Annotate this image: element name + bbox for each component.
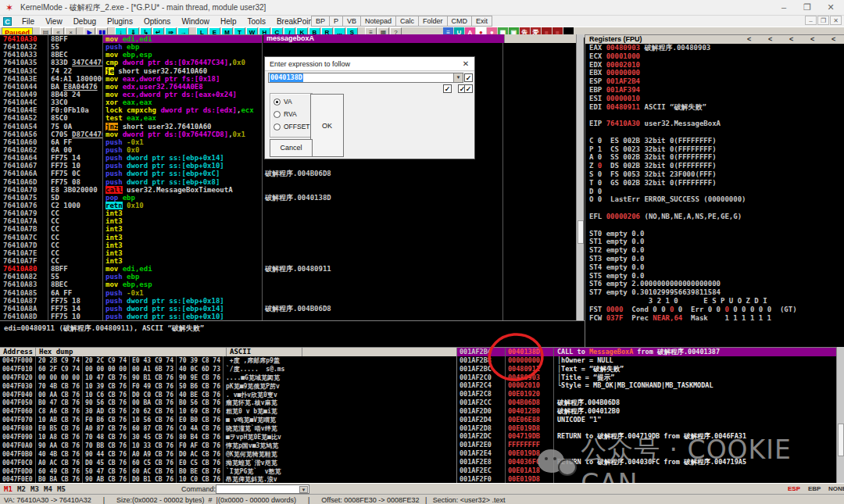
radio-offset[interactable]: OFFSET (274, 123, 310, 130)
child-restore-icon[interactable]: ❐ (817, 16, 829, 25)
hex-row[interactable]: 0047F060C8 A6 CB 7630 AD CB 7620 62 CB 7… (0, 407, 456, 416)
hex-row[interactable]: 0047F0A090 AA CB 7670 BB CB 7610 33 CB 7… (0, 441, 456, 450)
dialog-title[interactable]: Enter expression to follow ✕ (265, 57, 474, 71)
stack-row[interactable]: 001AF2D400E06E88UNICODE "1" (457, 416, 844, 424)
stack-row[interactable]: 001AF2CC004B06D8破解程序.004B06D8 (457, 399, 844, 407)
disasm-row[interactable]: 76410A8255push ebp (0, 273, 576, 281)
disasm-row[interactable]: 76410A808BFFmov edi,edi破解程序.00480911 (0, 265, 576, 273)
expression-input[interactable]: 0040138D ▼ (268, 73, 463, 83)
memory-tab-m3[interactable]: M3 (30, 485, 39, 493)
disasm-row[interactable]: 76410A70E8 3B020000call user32.MessageBo… (0, 186, 576, 194)
disasm-row[interactable]: 76410A67FF75 10push dword ptr ss:[ebp+0x… (0, 162, 576, 170)
disasm-row[interactable]: 76410A76C2 1000retn 0x10 (0, 202, 576, 209)
disasm-row[interactable]: 76410A87FF75 18push dword ptr ss:[ebp+0x… (0, 297, 576, 305)
hex-row[interactable]: 0047F04000 AA CB 7610 C6 CB 76D0 C0 CB 7… (0, 391, 456, 399)
quick-button-calc[interactable]: Calc (395, 16, 418, 27)
hex-row[interactable]: 0047F0E0B0 BA CB 7690 AB CB 76D0 B1 CB 7… (0, 475, 456, 483)
hex-address: 0047F040 (0, 391, 36, 399)
collapse-button[interactable]: < (747, 35, 751, 44)
close-icon[interactable]: ✕ (460, 59, 471, 70)
menu-item-view[interactable]: View (40, 17, 68, 26)
ok-button[interactable]: OK (310, 94, 344, 157)
quick-button-notepad[interactable]: Notepad (360, 16, 395, 27)
option-checkbox-4[interactable]: ✓ (464, 84, 473, 93)
menu-item-debug[interactable]: Debug (68, 17, 102, 26)
disasm-row[interactable]: 76410A7DCCint3 (0, 241, 576, 249)
disasm-address: 76410A76 (0, 202, 48, 209)
hex-row[interactable]: 0047F0D060 49 CB 7650 47 CB 7660 AC CB 7… (0, 467, 456, 476)
disasm-row[interactable]: 76410A8AFF75 14push dword ptr ss:[ebp+0x… (0, 305, 576, 313)
comment-column-header[interactable]: messageboxA (263, 34, 504, 43)
hex-row[interactable]: 0047F050B0 47 CB 7690 56 CB 7600 BA CB 7… (0, 399, 456, 407)
hex-row[interactable]: 0047F02000 00 00 0010 47 CB 7690 B1 CB 7… (0, 374, 456, 382)
memory-tab-m4[interactable]: M4 (44, 485, 52, 493)
quick-button-bp[interactable]: BP (311, 16, 329, 27)
chevron-down-icon[interactable]: ▼ (453, 73, 463, 82)
disasm-row[interactable]: 76410A838BECmov ebp,esp (0, 281, 576, 288)
memory-tab-m1[interactable]: M1 (4, 485, 13, 493)
collapse-button[interactable]: < (789, 35, 793, 44)
menu-item-help[interactable]: Help (215, 17, 242, 26)
option-checkbox-2[interactable]: ✓ (443, 84, 452, 93)
restore-icon[interactable]: ❐ (796, 0, 819, 15)
disasm-row[interactable]: 76410A8DFF75 10push dword ptr ss:[ebp+0x… (0, 313, 576, 320)
disasm-row[interactable]: 76410A7FCCint3 (0, 257, 576, 265)
hex-row[interactable]: 0047F0C0A0 AC CB 76D0 45 CB 7660 C5 CB 7… (0, 459, 456, 467)
disassembly-scrollbar[interactable] (576, 34, 584, 320)
quick-button-folder[interactable]: Folder (418, 16, 447, 27)
disasm-row[interactable]: 76410A6DFF75 08push dword ptr ss:[ebp+0x… (0, 178, 576, 186)
menu-item-plugins[interactable]: Plugins (102, 17, 138, 26)
stack-row[interactable]: 001AF2C800E01920 (457, 390, 844, 399)
radio-va[interactable]: VA (274, 98, 292, 105)
close-icon[interactable]: ✕ (819, 0, 842, 15)
disasm-row[interactable]: 76410A755Dpop ebp破解程序.0040138D (0, 194, 576, 202)
collapse-button[interactable]: < (810, 35, 814, 44)
hex-row[interactable]: 0047F09010 A8 CB 7670 48 CB 7630 45 CB 7… (0, 433, 456, 441)
registers-pane[interactable]: Registers (FPU)<<<<< EAX 00480903 破解程序.0… (585, 34, 844, 347)
disasm-comment (263, 313, 503, 320)
menu-item-window[interactable]: Window (176, 17, 215, 26)
option-checkbox-1[interactable]: ✓ (464, 73, 473, 82)
disasm-row[interactable]: 76410A7BCCint3 (0, 225, 576, 233)
hex-row[interactable]: 0047F07010 AB CB 76F0 B6 CB 7610 56 CB 7… (0, 416, 456, 424)
command-input[interactable]: ▼ (216, 484, 309, 494)
stack-value: 004012B0 (506, 407, 554, 416)
disasm-row[interactable]: 76410A856A FFpush -0x1 (0, 289, 576, 297)
hex-col-ascii: ASCII (227, 348, 302, 356)
disasm-row[interactable]: 76410A7ECCint3 (0, 249, 576, 257)
hex-bytes-group: 90 44 CB 76 (83, 450, 130, 459)
minimize-icon[interactable]: – (772, 0, 796, 15)
memory-tab-m2[interactable]: M2 (17, 485, 26, 493)
menu-item-options[interactable]: Options (138, 17, 176, 26)
disasm-comment: 破解程序.0040138D (263, 194, 503, 202)
disasm-instruction: int3 (103, 234, 263, 241)
hex-dump-pane[interactable]: Address Hex dump ASCII 0047F00020 2B C9 … (0, 347, 456, 483)
memory-tab-m5[interactable]: M5 (57, 485, 66, 493)
hex-row[interactable]: 0047F00020 2B C9 7420 2C C9 74E0 43 C9 7… (0, 356, 456, 365)
disasm-row[interactable]: 76410A7ACCint3 (0, 217, 576, 225)
hex-row[interactable]: 0047F03070 4B CB 7610 39 CB 76F0 49 CB 7… (0, 382, 456, 391)
collapse-button[interactable]: < (831, 35, 835, 44)
hex-ascii: @K苋何苋犄苋鞋苋 (224, 450, 299, 459)
collapse-button[interactable]: < (768, 35, 772, 44)
disasm-row[interactable]: 76410A7CCCint3 (0, 234, 576, 241)
disasm-row[interactable]: 76410A3255push ebp (0, 43, 576, 51)
disasm-row[interactable]: 76410A6AFF75 0Cpush dword ptr ss:[ebp+0x… (0, 170, 576, 177)
hex-row[interactable]: 0047F0B040 4B CB 7690 44 CB 76A0 A9 CB 7… (0, 450, 456, 459)
stack-row[interactable]: 001AF2D800E019D8 (457, 424, 844, 433)
hex-row[interactable]: 0047F01060 2F C9 7400 00 00 0000 A1 6B 7… (0, 365, 456, 374)
radio-rva[interactable]: RVA (274, 110, 297, 118)
child-close-icon[interactable]: ✕ (830, 16, 842, 25)
stack-row[interactable]: 001AF2D0004012B0破解程序.004012B0 (457, 407, 844, 416)
quick-button-cmd[interactable]: CMD (447, 16, 472, 27)
child-minimize-icon[interactable]: – (805, 16, 817, 25)
quick-button-p[interactable]: P (329, 16, 342, 27)
chevron-down-icon[interactable]: ▼ (299, 486, 308, 493)
quick-button-vb[interactable]: VB (342, 16, 360, 27)
menu-item-file[interactable]: File (16, 17, 40, 26)
disasm-row[interactable]: 76410A79CCint3 (0, 209, 576, 217)
cancel-button[interactable]: Cancel (270, 139, 313, 157)
menu-item-tools[interactable]: Tools (242, 17, 271, 26)
hex-row[interactable]: 0047F080E0 B5 CB 76A0 87 CB 7660 87 CB 7… (0, 424, 456, 433)
quick-button-exit[interactable]: Exit (471, 16, 492, 27)
